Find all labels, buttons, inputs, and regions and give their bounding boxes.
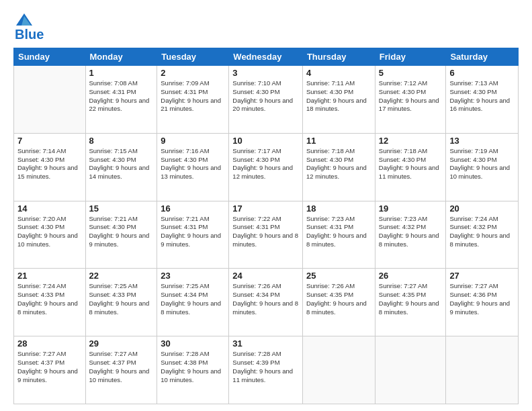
calendar-cell bbox=[446, 336, 519, 404]
logo-blue-text: Blue bbox=[15, 27, 44, 42]
day-info: Sunrise: 7:12 AMSunset: 4:30 PMDaylight:… bbox=[379, 79, 443, 113]
calendar-cell: 6Sunrise: 7:13 AMSunset: 4:30 PMDaylight… bbox=[446, 66, 519, 134]
calendar-cell: 29Sunrise: 7:27 AMSunset: 4:37 PMDayligh… bbox=[85, 336, 157, 404]
day-info: Sunrise: 7:25 AMSunset: 4:33 PMDaylight:… bbox=[89, 282, 154, 316]
day-info: Sunrise: 7:18 AMSunset: 4:30 PMDaylight:… bbox=[306, 147, 371, 181]
calendar-cell: 25Sunrise: 7:26 AMSunset: 4:35 PMDayligh… bbox=[302, 269, 375, 336]
calendar-cell: 30Sunrise: 7:28 AMSunset: 4:38 PMDayligh… bbox=[157, 336, 229, 404]
day-number: 18 bbox=[306, 203, 371, 214]
day-info: Sunrise: 7:19 AMSunset: 4:30 PMDaylight:… bbox=[449, 147, 515, 181]
day-info: Sunrise: 7:11 AMSunset: 4:30 PMDaylight:… bbox=[306, 79, 371, 113]
calendar-cell: 5Sunrise: 7:12 AMSunset: 4:30 PMDaylight… bbox=[375, 66, 446, 134]
day-info: Sunrise: 7:24 AMSunset: 4:33 PMDaylight:… bbox=[17, 282, 82, 316]
calendar-cell: 27Sunrise: 7:27 AMSunset: 4:36 PMDayligh… bbox=[446, 269, 519, 336]
day-number: 29 bbox=[89, 338, 154, 349]
calendar-cell: 22Sunrise: 7:25 AMSunset: 4:33 PMDayligh… bbox=[85, 269, 157, 336]
day-number: 6 bbox=[449, 68, 515, 78]
day-info: Sunrise: 7:27 AMSunset: 4:35 PMDaylight:… bbox=[379, 282, 443, 316]
calendar-cell: 18Sunrise: 7:23 AMSunset: 4:31 PMDayligh… bbox=[302, 201, 375, 269]
day-number: 15 bbox=[89, 203, 154, 214]
calendar-cell bbox=[302, 336, 375, 404]
day-number: 5 bbox=[379, 68, 443, 78]
day-info: Sunrise: 7:25 AMSunset: 4:34 PMDaylight:… bbox=[161, 282, 225, 316]
calendar-cell: 20Sunrise: 7:24 AMSunset: 4:32 PMDayligh… bbox=[446, 201, 519, 269]
day-info: Sunrise: 7:18 AMSunset: 4:30 PMDaylight:… bbox=[379, 147, 443, 181]
calendar-cell: 1Sunrise: 7:08 AMSunset: 4:31 PMDaylight… bbox=[85, 66, 157, 134]
day-info: Sunrise: 7:23 AMSunset: 4:32 PMDaylight:… bbox=[379, 215, 443, 249]
day-info: Sunrise: 7:10 AMSunset: 4:30 PMDaylight:… bbox=[232, 79, 299, 113]
day-info: Sunrise: 7:27 AMSunset: 4:37 PMDaylight:… bbox=[17, 350, 82, 384]
day-number: 2 bbox=[161, 68, 225, 78]
day-number: 19 bbox=[379, 203, 443, 214]
day-number: 31 bbox=[232, 338, 299, 349]
col-wednesday: Wednesday bbox=[229, 48, 303, 66]
day-number: 12 bbox=[379, 136, 443, 146]
calendar-cell: 19Sunrise: 7:23 AMSunset: 4:32 PMDayligh… bbox=[375, 201, 446, 269]
calendar-cell: 12Sunrise: 7:18 AMSunset: 4:30 PMDayligh… bbox=[375, 133, 446, 201]
logo-area: Blue bbox=[13, 11, 44, 42]
day-number: 4 bbox=[306, 68, 371, 78]
day-number: 1 bbox=[89, 68, 154, 78]
day-number: 26 bbox=[379, 271, 443, 281]
calendar-cell: 10Sunrise: 7:17 AMSunset: 4:30 PMDayligh… bbox=[229, 133, 303, 201]
day-info: Sunrise: 7:22 AMSunset: 4:31 PMDaylight:… bbox=[232, 215, 299, 249]
day-info: Sunrise: 7:27 AMSunset: 4:37 PMDaylight:… bbox=[89, 350, 154, 384]
calendar-cell bbox=[14, 66, 86, 134]
calendar-cell: 14Sunrise: 7:20 AMSunset: 4:30 PMDayligh… bbox=[14, 201, 86, 269]
day-number: 30 bbox=[161, 338, 225, 349]
calendar-table: Sunday Monday Tuesday Wednesday Thursday… bbox=[13, 48, 519, 404]
day-info: Sunrise: 7:26 AMSunset: 4:34 PMDaylight:… bbox=[232, 282, 299, 316]
day-number: 11 bbox=[306, 136, 371, 146]
day-number: 27 bbox=[449, 271, 515, 281]
day-number: 20 bbox=[449, 203, 515, 214]
calendar-cell: 2Sunrise: 7:09 AMSunset: 4:31 PMDaylight… bbox=[157, 66, 229, 134]
calendar-cell: 26Sunrise: 7:27 AMSunset: 4:35 PMDayligh… bbox=[375, 269, 446, 336]
day-number: 13 bbox=[449, 136, 515, 146]
col-friday: Friday bbox=[375, 48, 446, 66]
day-info: Sunrise: 7:09 AMSunset: 4:31 PMDaylight:… bbox=[161, 79, 225, 113]
calendar-week-row: 14Sunrise: 7:20 AMSunset: 4:30 PMDayligh… bbox=[14, 201, 519, 269]
day-info: Sunrise: 7:14 AMSunset: 4:30 PMDaylight:… bbox=[17, 147, 82, 181]
calendar-cell bbox=[375, 336, 446, 404]
calendar-cell: 8Sunrise: 7:15 AMSunset: 4:30 PMDaylight… bbox=[85, 133, 157, 201]
day-info: Sunrise: 7:13 AMSunset: 4:30 PMDaylight:… bbox=[449, 79, 515, 113]
calendar-cell: 31Sunrise: 7:28 AMSunset: 4:39 PMDayligh… bbox=[229, 336, 303, 404]
calendar-cell: 16Sunrise: 7:21 AMSunset: 4:31 PMDayligh… bbox=[157, 201, 229, 269]
day-info: Sunrise: 7:16 AMSunset: 4:30 PMDaylight:… bbox=[161, 147, 225, 181]
col-thursday: Thursday bbox=[302, 48, 375, 66]
day-number: 8 bbox=[89, 136, 154, 146]
day-number: 3 bbox=[232, 68, 299, 78]
calendar-cell: 9Sunrise: 7:16 AMSunset: 4:30 PMDaylight… bbox=[157, 133, 229, 201]
day-info: Sunrise: 7:08 AMSunset: 4:31 PMDaylight:… bbox=[89, 79, 154, 113]
day-info: Sunrise: 7:28 AMSunset: 4:39 PMDaylight:… bbox=[232, 350, 299, 384]
day-number: 10 bbox=[232, 136, 299, 146]
day-number: 25 bbox=[306, 271, 371, 281]
calendar-cell: 21Sunrise: 7:24 AMSunset: 4:33 PMDayligh… bbox=[14, 269, 86, 336]
calendar-week-row: 7Sunrise: 7:14 AMSunset: 4:30 PMDaylight… bbox=[14, 133, 519, 201]
day-info: Sunrise: 7:27 AMSunset: 4:36 PMDaylight:… bbox=[449, 282, 515, 316]
calendar-cell: 23Sunrise: 7:25 AMSunset: 4:34 PMDayligh… bbox=[157, 269, 229, 336]
day-number: 24 bbox=[232, 271, 299, 281]
day-info: Sunrise: 7:17 AMSunset: 4:30 PMDaylight:… bbox=[232, 147, 299, 181]
calendar-week-row: 1Sunrise: 7:08 AMSunset: 4:31 PMDaylight… bbox=[14, 66, 519, 134]
col-sunday: Sunday bbox=[14, 48, 86, 66]
page: Blue Sunday Monday Tuesday Wednesday Thu… bbox=[0, 0, 532, 411]
calendar-header-row: Sunday Monday Tuesday Wednesday Thursday… bbox=[14, 48, 519, 66]
calendar-week-row: 21Sunrise: 7:24 AMSunset: 4:33 PMDayligh… bbox=[14, 269, 519, 336]
day-info: Sunrise: 7:21 AMSunset: 4:30 PMDaylight:… bbox=[89, 215, 154, 249]
col-tuesday: Tuesday bbox=[157, 48, 229, 66]
calendar-cell: 24Sunrise: 7:26 AMSunset: 4:34 PMDayligh… bbox=[229, 269, 303, 336]
col-saturday: Saturday bbox=[446, 48, 519, 66]
calendar-cell: 4Sunrise: 7:11 AMSunset: 4:30 PMDaylight… bbox=[302, 66, 375, 134]
col-monday: Monday bbox=[85, 48, 157, 66]
calendar-cell: 17Sunrise: 7:22 AMSunset: 4:31 PMDayligh… bbox=[229, 201, 303, 269]
day-number: 16 bbox=[161, 203, 225, 214]
day-info: Sunrise: 7:20 AMSunset: 4:30 PMDaylight:… bbox=[17, 215, 82, 249]
day-info: Sunrise: 7:24 AMSunset: 4:32 PMDaylight:… bbox=[449, 215, 515, 249]
day-number: 7 bbox=[17, 136, 82, 146]
day-info: Sunrise: 7:15 AMSunset: 4:30 PMDaylight:… bbox=[89, 147, 154, 181]
calendar-cell: 11Sunrise: 7:18 AMSunset: 4:30 PMDayligh… bbox=[302, 133, 375, 201]
calendar-cell: 7Sunrise: 7:14 AMSunset: 4:30 PMDaylight… bbox=[14, 133, 86, 201]
calendar-week-row: 28Sunrise: 7:27 AMSunset: 4:37 PMDayligh… bbox=[14, 336, 519, 404]
day-number: 9 bbox=[161, 136, 225, 146]
